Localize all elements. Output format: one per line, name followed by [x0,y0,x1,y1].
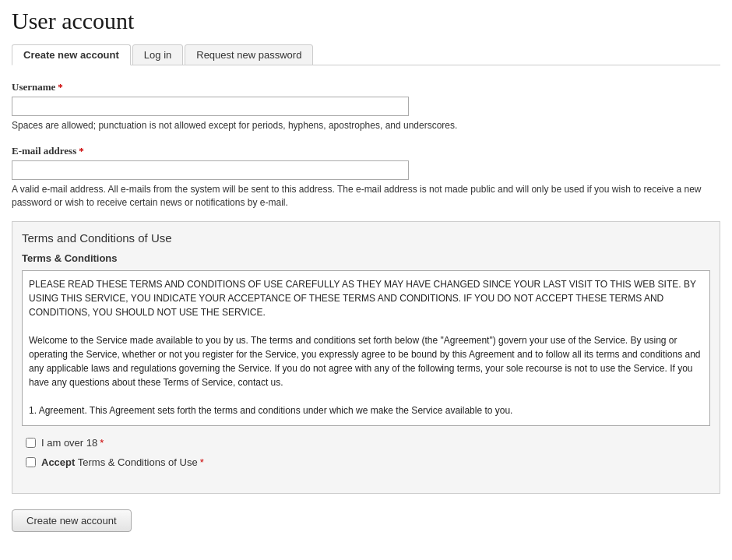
username-required: * [58,81,63,93]
terms-section: Terms and Conditions of Use Terms & Cond… [12,221,720,494]
accept-checkbox-row: Accept Terms & Conditions of Use* [26,456,710,468]
email-field-section: E-mail address* A valid e-mail address. … [12,145,720,210]
tab-login[interactable]: Log in [132,44,183,65]
username-input[interactable] [12,97,409,116]
submit-button[interactable]: Create new account [12,509,132,532]
terms-subtitle: Terms & Conditions [22,252,710,264]
username-field-section: Username* Spaces are allowed; punctuatio… [12,81,720,132]
tab-create-account[interactable]: Create new account [12,44,131,65]
age-checkbox-row: I am over 18* [26,437,710,449]
checkboxes-area: I am over 18* Accept Terms & Conditions … [22,429,710,484]
age-required: * [100,437,104,449]
page-title: User account [12,8,720,34]
email-input[interactable] [12,160,409,180]
tab-request-password[interactable]: Request new password [185,44,313,65]
age-checkbox-label[interactable]: I am over 18* [41,437,104,449]
tabs-bar: Create new account Log in Request new pa… [12,44,720,65]
email-hint: A valid e-mail address. All e-mails from… [12,183,720,210]
accept-checkbox[interactable] [26,457,36,467]
terms-textarea[interactable] [22,270,710,426]
email-label: E-mail address* [12,145,720,157]
username-label: Username* [12,81,720,93]
accept-required: * [200,456,204,468]
email-required: * [79,145,84,157]
username-hint: Spaces are allowed; punctuation is not a… [12,119,720,132]
terms-section-title: Terms and Conditions of Use [22,231,710,245]
age-checkbox[interactable] [26,438,36,448]
accept-checkbox-label[interactable]: Accept Terms & Conditions of Use* [41,456,204,468]
